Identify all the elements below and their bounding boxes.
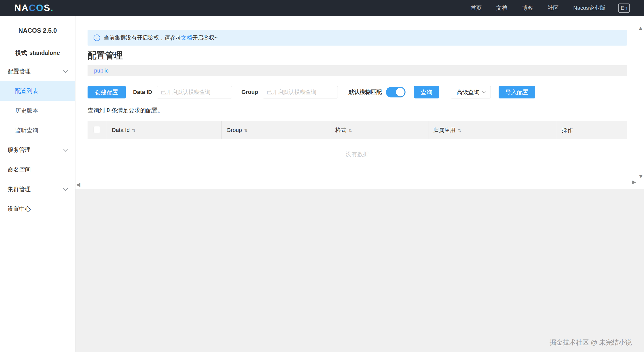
top-nav: 首页 文档 博客 社区 Nacos企业版 (471, 4, 606, 12)
result-suffix: 条满足要求的配置。 (110, 107, 163, 114)
sidebar: NACOS 2.5.0 模式 standalone 配置管理 配置列表 历史版本… (0, 16, 75, 352)
column-label: 操作 (562, 127, 573, 133)
config-table: Data Id⇅ Group⇅ 格式⇅ 归属应用⇅ (88, 121, 627, 170)
menu-label: 配置管理 (8, 67, 31, 75)
nav-community[interactable]: 社区 (548, 4, 559, 12)
sidebar-version: NACOS 2.5.0 (0, 16, 75, 45)
sort-icon[interactable]: ⇅ (244, 128, 248, 133)
logo-text-na: NA (14, 3, 29, 13)
chevron-down-icon (482, 90, 486, 93)
fuzzy-match-toggle[interactable] (386, 87, 406, 97)
page-title: 配置管理 (88, 50, 627, 61)
toggle-knob (396, 88, 405, 96)
sidebar-item-listener-query[interactable]: 监听查询 (0, 120, 75, 140)
menu-label: 命名空间 (8, 166, 31, 173)
table-header-row: Data Id⇅ Group⇅ 格式⇅ 归属应用⇅ (88, 121, 627, 139)
sidebar-item-history-versions[interactable]: 历史版本 (0, 101, 75, 120)
column-header-application[interactable]: 归属应用⇅ (428, 121, 557, 139)
scroll-right-arrow-icon[interactable]: ▶ (632, 179, 636, 185)
mode-label: 模式 (15, 49, 27, 57)
banner-text-before: 当前集群没有开启鉴权，请参考 (104, 34, 181, 42)
dataid-input[interactable] (157, 86, 232, 98)
column-label: Group (227, 127, 242, 133)
result-count-line: 查询到 0 条满足要求的配置。 (88, 107, 627, 114)
scroll-left-arrow-icon[interactable]: ◀ (76, 182, 80, 187)
sidebar-menu: 配置管理 配置列表 历史版本 监听查询 服务管理 命名空间 (0, 61, 75, 219)
namespace-tab-bar: public (88, 65, 627, 76)
empty-state-text: 没有数据 (88, 139, 627, 170)
dataid-label: Data ID (133, 89, 152, 95)
menu-label: 监听查询 (15, 126, 38, 134)
main-area: i 当前集群没有开启鉴权，请参考文档开启鉴权~ 配置管理 public 创建配置… (75, 16, 644, 352)
sidebar-item-service-management[interactable]: 服务管理 (0, 140, 75, 160)
empty-row: 没有数据 (88, 139, 627, 170)
nav-blog[interactable]: 博客 (522, 4, 533, 12)
fuzzy-match-label: 默认模糊匹配 (349, 88, 382, 96)
column-header-format[interactable]: 格式⇅ (330, 121, 428, 139)
menu-label: 集群管理 (8, 185, 31, 193)
auth-warning-banner: i 当前集群没有开启鉴权，请参考文档开启鉴权~ (88, 30, 627, 46)
query-toolbar: 创建配置 Data ID Group 默认模糊匹配 查询 高级查询 导入配置 (88, 86, 627, 98)
sidebar-mode: 模式 standalone (0, 45, 75, 61)
select-all-checkbox[interactable] (94, 126, 100, 133)
import-config-button[interactable]: 导入配置 (499, 86, 535, 98)
column-header-group[interactable]: Group⇅ (221, 121, 330, 139)
logo-text-dot: . (51, 3, 54, 13)
mode-value: standalone (29, 50, 60, 56)
namespace-tab-public[interactable]: public (88, 67, 115, 74)
config-management-page: i 当前集群没有开启鉴权，请参考文档开启鉴权~ 配置管理 public 创建配置… (75, 16, 644, 189)
chevron-down-icon (63, 147, 68, 151)
scroll-down-arrow-icon[interactable]: ▼ (638, 174, 643, 179)
sidebar-item-cluster-management[interactable]: 集群管理 (0, 179, 75, 199)
column-label: 格式 (335, 127, 346, 133)
advanced-query-dropdown[interactable]: 高级查询 (451, 86, 491, 98)
sidebar-item-settings-center[interactable]: 设置中心 (0, 199, 75, 219)
sort-icon[interactable]: ⇅ (349, 128, 352, 133)
scroll-up-arrow-icon[interactable]: ▲ (638, 25, 643, 30)
sidebar-item-config-list[interactable]: 配置列表 (0, 81, 75, 101)
watermark-text: 掘金技术社区 @ 未完结小说 (550, 338, 632, 347)
select-all-cell (88, 121, 107, 139)
nav-enterprise[interactable]: Nacos企业版 (573, 4, 606, 12)
banner-text-after: 开启鉴权~ (192, 34, 218, 42)
nav-home[interactable]: 首页 (471, 4, 482, 12)
language-toggle-button[interactable]: En (618, 4, 630, 13)
top-header: NACOS. 首页 文档 博客 社区 Nacos企业版 En (0, 0, 644, 16)
advanced-query-label: 高级查询 (457, 88, 480, 96)
banner-docs-link[interactable]: 文档 (181, 34, 192, 42)
sort-icon[interactable]: ⇅ (132, 128, 135, 133)
column-label: Data Id (112, 127, 130, 133)
sort-icon[interactable]: ⇅ (458, 128, 461, 133)
create-config-button[interactable]: 创建配置 (88, 86, 126, 98)
nacos-logo[interactable]: NACOS. (14, 3, 54, 13)
group-input[interactable] (263, 86, 338, 98)
column-header-operation: 操作 (557, 121, 627, 139)
nav-docs[interactable]: 文档 (496, 4, 507, 12)
sidebar-item-namespace[interactable]: 命名空间 (0, 160, 75, 179)
group-label: Group (242, 89, 258, 95)
column-header-dataid[interactable]: Data Id⇅ (107, 121, 221, 139)
nacos-console: NACOS. 首页 文档 博客 社区 Nacos企业版 En NACOS 2.5… (0, 0, 644, 352)
result-prefix: 查询到 (88, 107, 106, 114)
result-count: 0 (106, 107, 110, 114)
menu-label: 服务管理 (8, 146, 31, 154)
column-label: 归属应用 (433, 127, 456, 133)
menu-label: 历史版本 (15, 107, 38, 115)
logo-text-o: O (36, 3, 44, 13)
sidebar-item-config-management[interactable]: 配置管理 (0, 61, 75, 81)
chevron-down-icon (63, 68, 68, 73)
menu-label: 设置中心 (8, 205, 31, 213)
chevron-down-icon (63, 186, 68, 191)
info-icon: i (94, 34, 100, 41)
page-background-area: 掘金技术社区 @ 未完结小说 (75, 189, 644, 352)
menu-label: 配置列表 (15, 87, 38, 95)
logo-text-c: C (29, 3, 36, 13)
logo-text-s: S (44, 3, 51, 13)
search-button[interactable]: 查询 (414, 86, 439, 98)
